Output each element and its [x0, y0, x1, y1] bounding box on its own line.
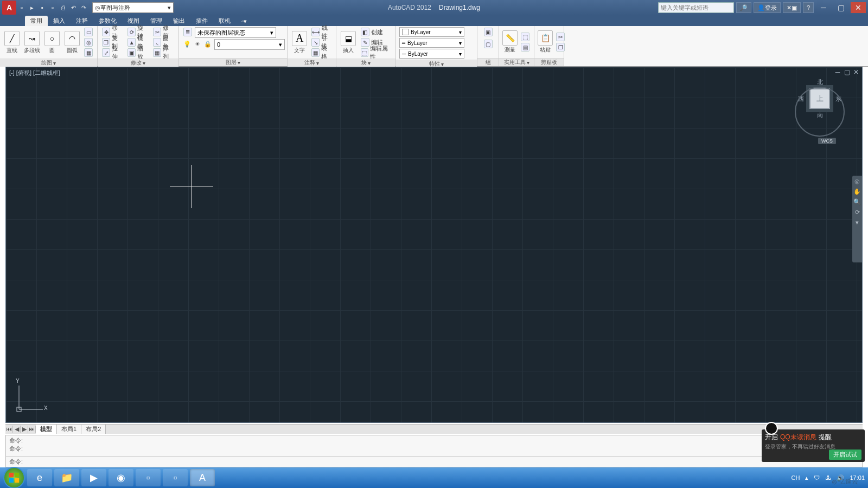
workspace-dropdown[interactable]: ◎ 草图与注释 ▾	[92, 2, 174, 13]
stretch-button[interactable]: ⤢拉伸	[101, 48, 124, 57]
qat-saveas-icon[interactable]: ▫	[48, 3, 58, 12]
taskbar-app1[interactable]: ▫	[136, 469, 161, 486]
tray-flag-icon[interactable]: ▴	[805, 474, 808, 481]
array-button[interactable]: ▦阵列	[152, 48, 175, 57]
drawing-viewport[interactable]: [-] [俯视] [二维线框] ─ ▢ ✕ Y X 北 西 上 东 南 WCS …	[5, 67, 863, 423]
qat-redo-icon[interactable]: ↷	[79, 3, 88, 12]
minimize-button[interactable]: ─	[816, 2, 831, 13]
table-button[interactable]: ▦表格	[310, 48, 333, 57]
nav-pan-icon[interactable]: ✋	[853, 188, 861, 195]
panel-block-title[interactable]: 块 ▾	[336, 59, 395, 67]
qat-undo-icon[interactable]: ↶	[68, 3, 78, 12]
ungroup-button[interactable]: ▢	[483, 39, 494, 49]
panel-util-title[interactable]: 实用工具 ▾	[499, 58, 534, 66]
layout-next-icon[interactable]: ▶	[21, 426, 28, 433]
vp-min-icon[interactable]: ─	[834, 68, 841, 76]
scale-button[interactable]: ▣缩放	[126, 48, 150, 57]
polyline-button[interactable]: ↝多段线	[23, 31, 41, 54]
taskbar-app2[interactable]: ▫	[163, 469, 188, 486]
taskbar-explorer[interactable]: 📁	[54, 469, 79, 486]
layer-sun-icon[interactable]: ☀	[194, 39, 201, 49]
command-input[interactable]: 命令:	[6, 456, 862, 467]
layout-prev-icon[interactable]: ◀	[13, 426, 21, 433]
qat-new-icon[interactable]: ▫	[17, 3, 27, 12]
nav-wheel-icon[interactable]: ◎	[854, 178, 860, 185]
circle-button[interactable]: ○圆	[43, 31, 61, 54]
login-button[interactable]: 👤 登录	[754, 2, 781, 13]
nav-zoom-icon[interactable]: 🔍	[853, 198, 861, 206]
measure-button[interactable]: 📏测量	[502, 30, 518, 54]
layout-tab-model[interactable]: 模型	[36, 425, 57, 434]
layer-lock-icon[interactable]: 🔒	[203, 39, 213, 49]
group-button[interactable]: ▣	[483, 27, 494, 37]
text-icon: A	[292, 31, 307, 46]
line-button[interactable]: ╱直线	[3, 31, 21, 54]
tray-network-icon[interactable]: 🖧	[825, 474, 831, 481]
arc-button[interactable]: ◠圆弧	[63, 31, 81, 54]
vp-max-icon[interactable]: ▢	[843, 68, 851, 76]
linetype-dropdown[interactable]: ─ByLayer▾	[399, 49, 464, 59]
start-button[interactable]	[3, 467, 25, 488]
layout-tab-2[interactable]: 布局2	[81, 425, 106, 434]
taskbar-ie[interactable]: e	[27, 469, 52, 486]
app-menu-icon[interactable]: A	[2, 1, 16, 15]
panel-draw-title[interactable]: 绘图 ▾	[0, 59, 97, 67]
tab-online[interactable]: 联机	[213, 16, 236, 26]
layer-bulb-icon[interactable]: 💡	[182, 39, 192, 49]
tab-home[interactable]: 常用	[25, 16, 48, 26]
watermark-icon: ⊚	[832, 478, 837, 486]
select-button[interactable]: ⬚	[520, 32, 531, 42]
help-search-input[interactable]	[658, 2, 734, 13]
panel-annot-title[interactable]: 注释 ▾	[288, 59, 336, 67]
panel-layer-title[interactable]: 图层 ▾	[179, 58, 287, 66]
qat-save-icon[interactable]: ▪	[37, 3, 47, 12]
taskbar-media[interactable]: ▶	[81, 469, 106, 486]
tab-annotate[interactable]: 注释	[71, 16, 93, 26]
hatch-button[interactable]: ▦	[83, 48, 94, 57]
taskbar-autocad[interactable]: A	[190, 469, 215, 486]
tab-plugins[interactable]: 插件	[190, 16, 213, 26]
close-button[interactable]: ✕	[851, 2, 866, 13]
layout-first-icon[interactable]: ⏮	[5, 426, 13, 433]
qat-open-icon[interactable]: ▸	[27, 3, 37, 12]
viewcube-ring[interactable]	[795, 87, 845, 137]
layer-state-dropdown[interactable]: 未保存的图层状态▾	[195, 27, 276, 38]
insert-button[interactable]: ⬓插入	[340, 31, 358, 54]
paste-button[interactable]: 📋粘贴	[538, 30, 553, 54]
login-label: 登录	[765, 4, 777, 12]
cut-button[interactable]: ✂	[555, 32, 566, 42]
search-go-button[interactable]: 🔎	[736, 2, 751, 13]
layout-last-icon[interactable]: ⏭	[28, 426, 36, 433]
viewcube-north[interactable]: 北	[817, 78, 823, 86]
qat-print-icon[interactable]: ⎙	[58, 3, 68, 12]
nav-expand-icon[interactable]: ▾	[856, 219, 859, 226]
tray-shield-icon[interactable]: 🛡	[814, 474, 820, 481]
panel-group-title[interactable]: 组	[477, 58, 499, 66]
create-block-button[interactable]: ◧创建	[360, 27, 393, 37]
text-button[interactable]: A文字	[291, 31, 308, 54]
vp-close-icon[interactable]: ✕	[852, 68, 860, 76]
exchange-icon[interactable]: ✕▣	[783, 2, 801, 13]
wcs-badge[interactable]: WCS	[818, 138, 836, 144]
nav-orbit-icon[interactable]: ⟳	[855, 209, 860, 216]
help-icon[interactable]: ?	[803, 2, 814, 13]
color-dropdown[interactable]: ByLayer▾	[399, 27, 464, 37]
lineweight-dropdown[interactable]: ━ByLayer▾	[399, 38, 464, 48]
edit-attr-button[interactable]: ⬚编辑属性	[360, 48, 393, 57]
qq-action-button[interactable]: 开启试试	[829, 450, 861, 460]
layout-tab-1[interactable]: 布局1	[57, 425, 81, 434]
taskbar-chrome[interactable]: ◉	[108, 469, 133, 486]
calc-button[interactable]: ▤	[520, 42, 531, 52]
restore-button[interactable]: ▢	[833, 2, 848, 13]
viewcube[interactable]: 北 西 上 东 南	[793, 79, 847, 144]
tab-insert[interactable]: 插入	[48, 16, 71, 26]
panel-modify-title[interactable]: 修改 ▾	[98, 59, 178, 67]
rect-button[interactable]: ▭	[83, 27, 94, 37]
tab-overflow[interactable]: ◦▾	[236, 17, 252, 26]
layer-current-dropdown[interactable]: 0▾	[214, 39, 285, 50]
copy-clip-button[interactable]: ❐	[555, 42, 566, 52]
ellipse-button[interactable]: ◎	[83, 37, 94, 47]
viewport-label[interactable]: [-] [俯视] [二维线框]	[9, 69, 60, 77]
layerprop-button[interactable]: ≣	[182, 27, 193, 37]
ime-indicator[interactable]: CH	[792, 474, 800, 481]
